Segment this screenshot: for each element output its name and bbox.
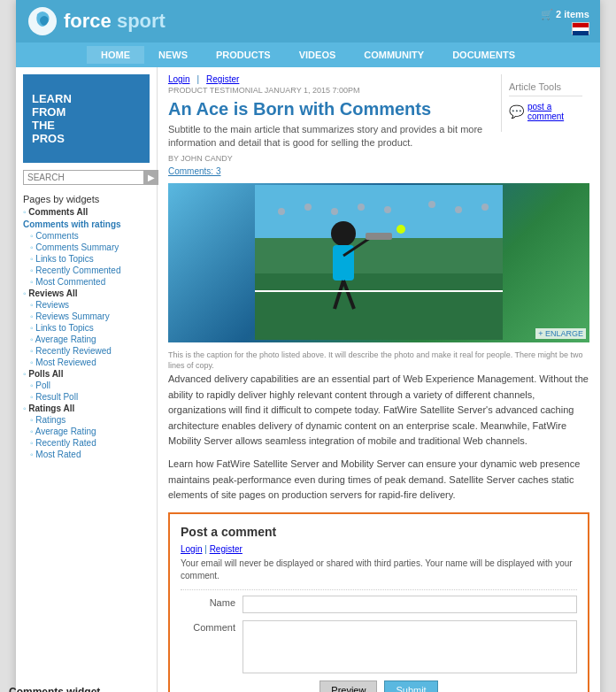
banner-line4: PROS <box>32 132 141 145</box>
site-header: force sport 🛒 2 items <box>16 0 600 42</box>
article-paragraph-2: Learn how FatWire Satellite Server and M… <box>168 457 589 504</box>
post-comment-link[interactable]: post a comment <box>527 102 582 121</box>
search-input[interactable] <box>23 170 144 185</box>
article-paragraph-1: Advanced delivery capabilities are an es… <box>168 372 589 450</box>
article-image-area: + ENLARGE <box>168 183 589 342</box>
sidebar-comments-all[interactable]: Comments All <box>23 206 150 218</box>
sidebar-ratings[interactable]: Ratings <box>23 414 150 426</box>
image-caption: This is the caption for the photo listed… <box>168 350 589 372</box>
name-input[interactable] <box>243 596 577 613</box>
login-link[interactable]: Login <box>168 74 189 84</box>
comment-login-link[interactable]: Login <box>181 544 202 554</box>
svg-point-10 <box>397 225 405 234</box>
sidebar-recently-commented[interactable]: Recently Commented <box>23 265 150 276</box>
comment-label: Comment <box>181 620 243 633</box>
nav-products[interactable]: PRODUCTS <box>202 46 285 64</box>
sidebar-comments-with-ratings: Comments with ratings <box>23 219 150 229</box>
sidebar-links-to-topics-2[interactable]: Links to Topics <box>23 322 150 334</box>
comment-icon: 💬 <box>509 104 524 119</box>
sidebar-poll[interactable]: Poll <box>23 380 150 391</box>
sidebar: LEARN FROM THE PROS ▶ Pages by widgets C… <box>16 67 158 692</box>
article-image <box>168 183 589 342</box>
header-right: 🛒 2 items <box>541 9 589 35</box>
svg-point-12 <box>278 208 285 215</box>
tools-title: Article Tools <box>509 81 582 96</box>
sidebar-links-to-topics-1[interactable]: Links to Topics <box>23 253 150 265</box>
annotation-box: Comments widget displaying a "Name" and … <box>9 684 150 692</box>
article-tools: Article Tools 💬 post a comment <box>501 74 589 132</box>
form-buttons: Preview Submit <box>181 680 577 692</box>
comment-form-box: Post a comment Login | Register Your ema… <box>168 512 589 692</box>
svg-point-14 <box>331 208 338 215</box>
comments-link[interactable]: Comments: 3 <box>168 166 220 176</box>
separator: | <box>196 74 199 84</box>
svg-point-13 <box>304 204 312 211</box>
register-link[interactable]: Register <box>206 74 239 84</box>
name-label: Name <box>181 596 243 608</box>
search-box: ▶ <box>23 170 150 185</box>
comment-divider <box>181 589 577 590</box>
logo-text-sport: sport <box>117 10 166 32</box>
sidebar-average-rating-1[interactable]: Average Rating <box>23 334 150 345</box>
article-breadcrumb: PRODUCT TESTIMONIAL JANUARY 1, 2015 7:00… <box>168 86 501 95</box>
sidebar-comments[interactable]: Comments <box>23 230 150 242</box>
sidebar-recently-rated[interactable]: Recently Rated <box>23 437 150 449</box>
sidebar-reviews-all[interactable]: Reviews All <box>23 288 150 299</box>
comment-textarea[interactable] <box>243 620 577 673</box>
banner-line2: FROM <box>32 105 141 119</box>
svg-point-16 <box>384 206 391 213</box>
sidebar-average-rating-2[interactable]: Average Rating <box>23 426 150 437</box>
logo-text-force: force <box>64 10 112 32</box>
nav-community[interactable]: COMMUNITY <box>350 46 438 64</box>
sidebar-polls-all[interactable]: Polls All <box>23 368 150 380</box>
sidebar-result-poll[interactable]: Result Poll <box>23 391 150 403</box>
logo-area: force sport <box>27 5 166 37</box>
sidebar-comments-summary[interactable]: Comments Summary <box>23 242 150 253</box>
cart-area: 🛒 2 items <box>541 9 589 20</box>
sidebar-most-rated[interactable]: Most Rated <box>23 449 150 460</box>
svg-point-19 <box>481 204 489 211</box>
flag-icon[interactable] <box>572 22 589 35</box>
enlarge-link[interactable]: + ENLARGE <box>535 328 586 339</box>
sidebar-recently-reviewed[interactable]: Recently Reviewed <box>23 345 150 357</box>
sidebar-banner: LEARN FROM THE PROS <box>23 74 150 163</box>
article-subtitle: Subtitle to the main article that summar… <box>168 123 501 150</box>
sidebar-section-pages: Pages by widgets <box>23 194 150 204</box>
cart-icon: 🛒 <box>541 9 553 19</box>
banner-line1: LEARN <box>32 92 141 105</box>
nav-videos[interactable]: VIDEOS <box>285 46 350 64</box>
tennis-player-svg <box>255 185 503 340</box>
search-button[interactable]: ▶ <box>144 170 158 185</box>
main-content: Login | Register PRODUCT TESTIMONIAL JAN… <box>158 67 600 692</box>
comment-register-link[interactable]: Register <box>210 544 243 554</box>
submit-button[interactable]: Submit <box>384 680 437 692</box>
sidebar-ratings-all[interactable]: Ratings All <box>23 403 150 414</box>
comment-notice: Your email will never be displayed or sh… <box>181 557 577 582</box>
banner-line3: THE <box>32 119 141 132</box>
nav-home[interactable]: HOME <box>87 46 144 64</box>
main-nav: HOME NEWS PRODUCTS VIDEOS COMMUNITY DOCU… <box>16 42 600 67</box>
full-page-wrapper: force sport 🛒 2 items HOME NEWS PROD <box>0 0 616 692</box>
sidebar-most-commented[interactable]: Most Commented <box>23 276 150 288</box>
article-body: Advanced delivery capabilities are an es… <box>168 372 589 504</box>
page-wrapper: force sport 🛒 2 items HOME NEWS PROD <box>16 0 600 692</box>
svg-rect-3 <box>255 238 503 273</box>
comment-form-title: Post a comment <box>181 525 577 539</box>
post-comment-tool[interactable]: 💬 post a comment <box>509 102 582 121</box>
sidebar-most-reviewed[interactable]: Most Reviewed <box>23 357 150 368</box>
article-title: An Ace is Born with Comments <box>168 98 501 119</box>
svg-point-4 <box>331 221 356 246</box>
cart-link[interactable]: 2 items <box>556 9 589 19</box>
logo-icon <box>27 5 58 37</box>
svg-point-18 <box>455 206 462 213</box>
nav-documents[interactable]: DOCUMENTS <box>438 46 529 64</box>
sidebar-reviews-summary[interactable]: Reviews Summary <box>23 311 150 322</box>
nav-news[interactable]: NEWS <box>144 46 202 64</box>
svg-point-17 <box>428 201 435 208</box>
svg-rect-7 <box>366 233 392 240</box>
preview-button[interactable]: Preview <box>320 680 377 692</box>
name-field-row: Name <box>181 596 577 613</box>
sidebar-reviews[interactable]: Reviews <box>23 299 150 311</box>
logo-text: force sport <box>64 10 166 33</box>
annotation-bold: Comments widget <box>9 686 100 692</box>
